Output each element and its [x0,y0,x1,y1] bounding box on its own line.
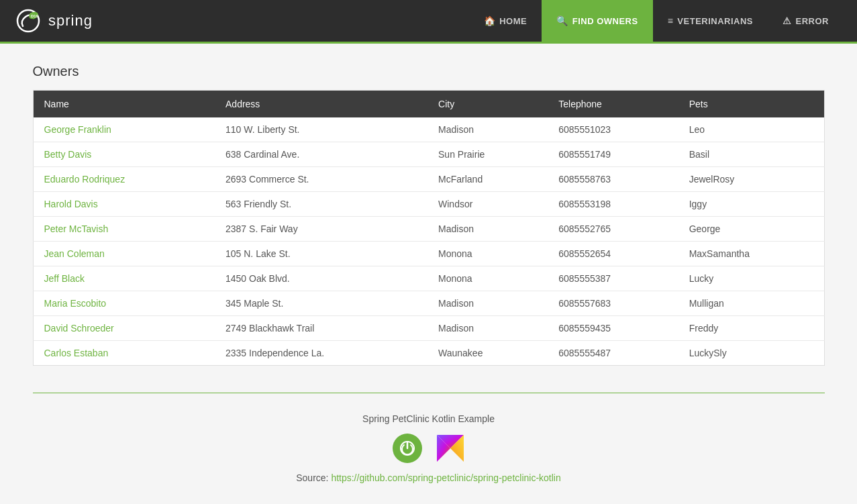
owner-name-link[interactable]: Eduardo Rodriquez [44,174,125,185]
footer-divider [33,393,825,393]
source-link[interactable]: https://github.com/spring-petclinic/spri… [331,472,560,483]
footer: Spring PetClinic Kotlin Example [33,407,825,497]
owner-name-link[interactable]: George Franklin [44,124,111,135]
owner-pets: Lucky [678,266,824,291]
list-icon: ≡ [668,15,674,26]
search-icon: 🔍 [556,15,568,26]
table-header: Name Address City Telephone Pets [33,91,824,118]
owner-pets: MaxSamantha [678,242,824,266]
owner-city: Madison [427,316,548,341]
table-row: Maria Escobito345 Maple St.Madison608555… [33,291,824,316]
footer-text: Spring PetClinic Kotlin Example [33,413,825,424]
col-name: Name [33,91,215,118]
owner-address: 2693 Commerce St. [215,167,427,192]
owner-address: 2387 S. Fair Way [215,217,427,242]
table-body: George Franklin110 W. Liberty St.Madison… [33,117,824,366]
owner-telephone: 6085551023 [548,117,678,142]
owner-pets: George [678,217,824,242]
owner-name-link[interactable]: Jean Coleman [44,248,105,259]
owner-telephone: 6085558763 [548,167,678,192]
source-label: Source: [296,472,328,483]
table-row: Jeff Black1450 Oak Blvd.Monona6085555387… [33,266,824,291]
owner-city: Madison [427,291,548,316]
table-row: Harold Davis563 Friendly St.Windsor60855… [33,192,824,217]
navbar: D19 spring 🏠 HOME 🔍 FIND OWNERS ≡ VETERI… [0,0,857,44]
owner-name-link[interactable]: Harold Davis [44,199,98,209]
col-city: City [427,91,548,118]
table-row: Peter McTavish2387 S. Fair WayMadison608… [33,217,824,242]
brand-logo-link[interactable]: D19 spring [13,6,93,36]
owner-city: McFarland [427,167,548,192]
main-content: Owners Name Address City Telephone Pets … [19,44,838,504]
col-address: Address [215,91,427,118]
owners-table: Name Address City Telephone Pets George … [33,90,825,366]
footer-source: Source: https://github.com/spring-petcli… [33,472,825,483]
table-row: Betty Davis638 Cardinal Ave.Sun Prairie6… [33,142,824,167]
table-row: Carlos Estaban2335 Independence La.Wauna… [33,341,824,366]
spring-logo-icon: D19 [13,6,43,36]
nav-error[interactable]: ⚠ ERROR [768,0,844,42]
nav-error-label: ERROR [796,16,829,26]
spring-boot-icon [393,434,422,463]
owner-pets: Basil [678,142,824,167]
nav-items: 🏠 HOME 🔍 FIND OWNERS ≡ VETERINARIANS ⚠ E… [469,0,844,42]
owner-pets: Iggy [678,192,824,217]
owner-name-link[interactable]: Betty Davis [44,149,92,160]
owner-pets: Freddy [678,316,824,341]
owner-city: Sun Prairie [427,142,548,167]
owner-telephone: 6085555387 [548,266,678,291]
table-row: George Franklin110 W. Liberty St.Madison… [33,117,824,142]
page-title: Owners [33,64,825,79]
owner-telephone: 6085551749 [548,142,678,167]
owner-pets: Mulligan [678,291,824,316]
nav-find-owners-label: FIND OWNERS [572,16,638,26]
nav-vets-label: VETERINARIANS [677,16,753,26]
warning-icon: ⚠ [783,15,792,26]
owner-name-link[interactable]: Jeff Black [44,273,85,284]
owner-pets: Leo [678,117,824,142]
owner-city: Waunakee [427,341,548,366]
owner-telephone: 6085552765 [548,217,678,242]
owner-name-link[interactable]: Maria Escobito [44,298,107,309]
owner-telephone: 6085553198 [548,192,678,217]
brand-name: spring [48,12,93,30]
svg-text:D19: D19 [31,14,39,18]
owner-city: Monona [427,266,548,291]
kotlin-icon [436,434,465,463]
nav-home-label: HOME [499,16,527,26]
owner-address: 345 Maple St. [215,291,427,316]
owner-pets: JewelRosy [678,167,824,192]
owner-telephone: 6085559435 [548,316,678,341]
owner-name-link[interactable]: David Schroeder [44,323,114,334]
col-telephone: Telephone [548,91,678,118]
owner-city: Madison [427,117,548,142]
table-row: Jean Coleman105 N. Lake St.Monona6085552… [33,242,824,266]
nav-find-owners[interactable]: 🔍 FIND OWNERS [542,0,652,42]
nav-veterinarians[interactable]: ≡ VETERINARIANS [653,0,768,42]
owner-address: 1450 Oak Blvd. [215,266,427,291]
owner-address: 110 W. Liberty St. [215,117,427,142]
owner-city: Madison [427,217,548,242]
owner-city: Windsor [427,192,548,217]
owner-address: 105 N. Lake St. [215,242,427,266]
table-row: Eduardo Rodriquez2693 Commerce St.McFarl… [33,167,824,192]
owner-address: 563 Friendly St. [215,192,427,217]
nav-home[interactable]: 🏠 HOME [469,0,542,42]
owner-city: Monona [427,242,548,266]
home-icon: 🏠 [484,15,496,26]
owner-address: 2335 Independence La. [215,341,427,366]
owner-pets: LuckySly [678,341,824,366]
table-row: David Schroeder2749 Blackhawk TrailMadis… [33,316,824,341]
col-pets: Pets [678,91,824,118]
owner-name-link[interactable]: Carlos Estaban [44,348,109,358]
owner-address: 638 Cardinal Ave. [215,142,427,167]
owner-name-link[interactable]: Peter McTavish [44,223,109,234]
owner-telephone: 6085552654 [548,242,678,266]
footer-icons [33,434,825,463]
owner-telephone: 6085557683 [548,291,678,316]
owner-address: 2749 Blackhawk Trail [215,316,427,341]
owner-telephone: 6085555487 [548,341,678,366]
